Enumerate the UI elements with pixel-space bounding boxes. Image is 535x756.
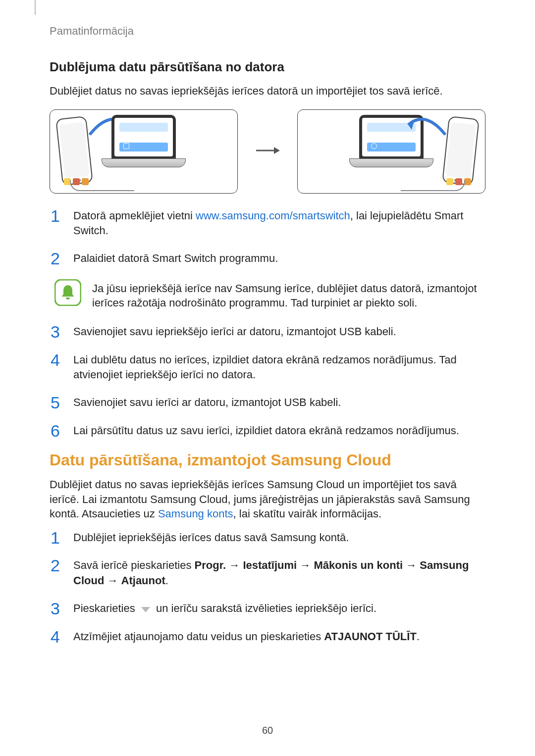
step-number: 3 <box>51 320 60 344</box>
backup-pc-intro: Dublējiet datus no savas iepriekšējās ie… <box>50 84 485 99</box>
note-block: Ja jūsu iepriekšējā ierīce nav Samsung i… <box>50 279 485 310</box>
step-number: 2 <box>51 554 60 577</box>
step-text-pre: Datorā apmeklējiet vietni <box>73 209 196 222</box>
step-text: Palaidiet datorā Smart Switch programmu. <box>73 252 278 264</box>
arrow: → <box>403 559 420 571</box>
path-makonis: Mākonis un konti <box>314 559 403 571</box>
step-text-pre: Pieskarieties <box>73 602 138 614</box>
arrow: → <box>226 559 243 571</box>
page-number: 60 <box>0 725 535 736</box>
step-1: 1 Datorā apmeklējiet vietni www.samsung.… <box>50 208 485 239</box>
step-text-pre: Atzīmējiet atjaunojamo datu veidus un pi… <box>73 630 324 643</box>
new-phone-icon <box>442 116 480 186</box>
backup-pc-steps-cont: 3 Savienojiet savu iepriekšējo ierīci ar… <box>50 324 485 438</box>
note-bell-icon <box>54 279 81 306</box>
note-text: Ja jūsu iepriekšējā ierīce nav Samsung i… <box>92 279 485 310</box>
backup-pc-steps: 1 Datorā apmeklējiet vietni www.samsung.… <box>50 208 485 266</box>
step-number: 4 <box>51 625 60 649</box>
dropdown-caret-icon <box>140 602 151 616</box>
step-number: 4 <box>51 349 60 372</box>
figure-transfer <box>50 109 485 194</box>
step-text: Lai pārsūtītu datus uz savu ierīci, izpi… <box>73 424 459 437</box>
step-text: Savienojiet savu ierīci ar datoru, izman… <box>73 396 341 408</box>
step-4: 4 Atzīmējiet atjaunojamo datu veidus un … <box>50 629 485 644</box>
step-text: Savienojiet savu iepriekšējo ierīci ar d… <box>73 325 396 338</box>
usb-cable-icon <box>70 180 134 191</box>
arrow-right-icon <box>253 143 282 160</box>
step-number: 1 <box>51 204 60 228</box>
step-text-post: un ierīču sarakstā izvēlieties iepriekšē… <box>153 602 376 614</box>
restore-now-label: ATJAUNOT TŪLĪT <box>324 630 417 643</box>
figure-backup <box>50 109 238 194</box>
arrow: → <box>104 574 121 587</box>
path-progr: Progr. <box>195 559 226 571</box>
figure-restore <box>297 109 485 194</box>
dot: . <box>165 574 168 587</box>
header-rule <box>35 0 36 15</box>
step-number: 3 <box>51 597 60 620</box>
usb-cable-icon <box>401 180 465 191</box>
path-atjaunot: Atjaunot <box>121 574 165 587</box>
curve-arrow-icon <box>403 115 448 140</box>
step-3: 3 Pieskarieties un ierīču sarakstā izvēl… <box>50 601 485 616</box>
step-number: 1 <box>51 526 60 550</box>
step-2: 2 Palaidiet datorā Smart Switch programm… <box>50 251 485 266</box>
intro-post: , lai skatītu vairāk informācijas. <box>233 507 382 520</box>
breadcrumb: Pamatinformācija <box>50 25 134 38</box>
smartswitch-link[interactable]: www.samsung.com/smartswitch <box>196 209 350 222</box>
step-1: 1 Dublējiet iepriekšējās ierīces datus s… <box>50 530 485 545</box>
step-5: 5 Savienojiet savu ierīci ar datoru, izm… <box>50 395 485 410</box>
samsung-cloud-intro: Dublējiet datus no savas iepriekšējās ie… <box>50 477 485 521</box>
svg-marker-2 <box>274 147 280 154</box>
samsung-cloud-heading: Datu pārsūtīšana, izmantojot Samsung Clo… <box>50 451 485 469</box>
backup-pc-heading: Dublējuma datu pārsūtīšana no datora <box>50 59 485 75</box>
step-6: 6 Lai pārsūtītu datus uz savu ierīci, iz… <box>50 423 485 438</box>
step-text-post: . <box>417 630 420 643</box>
step-number: 6 <box>51 419 60 443</box>
step-text: Lai dublētu datus no ierīces, izpildiet … <box>73 353 457 381</box>
svg-marker-5 <box>141 607 150 612</box>
laptop-icon <box>102 115 186 189</box>
arrow: → <box>297 559 314 571</box>
path-iestatijumi: Iestatījumi <box>243 559 297 571</box>
step-3: 3 Savienojiet savu iepriekšējo ierīci ar… <box>50 324 485 339</box>
step-number: 5 <box>51 391 60 414</box>
step-4: 4 Lai dublētu datus no ierīces, izpildie… <box>50 353 485 383</box>
step-2: 2 Savā ierīcē pieskarieties Progr. → Ies… <box>50 558 485 588</box>
samsung-konts-link[interactable]: Samsung konts <box>158 507 233 520</box>
cloud-steps: 1 Dublējiet iepriekšējās ierīces datus s… <box>50 530 485 645</box>
step-number: 2 <box>51 247 60 270</box>
step-text: Dublējiet iepriekšējās ierīces datus sav… <box>73 531 349 544</box>
step-text-pre: Savā ierīcē pieskarieties <box>73 559 195 571</box>
